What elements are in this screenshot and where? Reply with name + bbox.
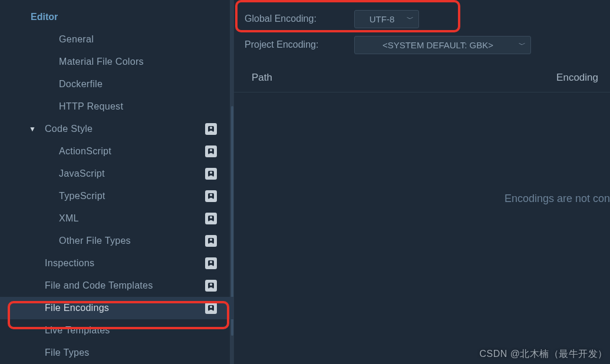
sidebar-item-label: Material File Colors — [59, 57, 227, 67]
sidebar-section-editor[interactable]: Editor — [0, 8, 233, 28]
sidebar-item-inspections[interactable]: Inspections — [0, 252, 233, 274]
project-badge-icon — [205, 235, 217, 247]
project-badge-icon — [205, 168, 217, 180]
column-path[interactable]: Path — [252, 72, 543, 84]
global-encoding-row: Global Encoding: UTF-8 ﹀ — [234, 6, 610, 32]
sidebar-item-label: Code Style — [45, 124, 205, 134]
sidebar-item-xml[interactable]: XML — [0, 207, 233, 230]
sidebar-item-file-types[interactable]: File Types — [0, 342, 233, 364]
project-badge-icon — [205, 190, 217, 202]
svg-point-9 — [210, 216, 212, 219]
chevron-down-icon: ﹀ — [407, 14, 414, 24]
project-badge-icon — [205, 213, 217, 224]
sidebar-item-label: XML — [59, 213, 205, 224]
encodings-table-header: Path Encoding — [234, 58, 610, 92]
svg-point-5 — [210, 171, 212, 174]
sidebar-item-material-file-colors[interactable]: Material File Colors — [0, 51, 233, 73]
project-badge-icon — [205, 123, 217, 135]
project-encoding-dropdown[interactable]: <SYSTEM DEFAULT: GBK> ﹀ — [354, 36, 531, 54]
sidebar-item-http-request[interactable]: HTTP Request — [0, 95, 233, 118]
sidebar-item-label: File Encodings — [45, 303, 205, 313]
sidebar-item-label: HTTP Request — [59, 101, 227, 112]
svg-point-7 — [210, 194, 212, 196]
sidebar-item-label: ActionScript — [59, 146, 205, 157]
sidebar-item-label: Other File Types — [59, 236, 205, 246]
svg-point-15 — [210, 283, 212, 286]
sidebar-item-label: TypeScript — [59, 191, 205, 201]
watermark-text: CSDN @北木楠（最牛开发） — [479, 348, 608, 360]
sidebar-item-label: File and Code Templates — [45, 280, 205, 291]
sidebar-item-label: General — [59, 34, 227, 45]
caret-down-icon: ▼ — [28, 125, 37, 133]
dropdown-value: UTF-8 — [370, 14, 395, 24]
sidebar-item-label: File Types — [45, 348, 227, 358]
project-badge-icon — [205, 280, 217, 292]
global-encoding-dropdown[interactable]: UTF-8 ﹀ — [354, 10, 419, 28]
settings-panel: Global Encoding: UTF-8 ﹀ Project Encodin… — [233, 0, 610, 364]
sidebar-item-file-encodings[interactable]: File Encodings — [0, 297, 233, 319]
svg-point-13 — [210, 261, 212, 263]
project-encoding-row: Project Encoding: <SYSTEM DEFAULT: GBK> … — [234, 32, 610, 58]
project-encoding-label: Project Encoding: — [245, 39, 354, 50]
dropdown-value: <SYSTEM DEFAULT: GBK> — [383, 40, 493, 50]
sidebar-item-code-style[interactable]: ▼ Code Style — [0, 118, 233, 140]
global-encoding-label: Global Encoding: — [245, 14, 354, 24]
svg-point-1 — [210, 127, 212, 129]
sidebar-item-javascript[interactable]: JavaScript — [0, 163, 233, 185]
sidebar-item-general[interactable]: General — [0, 28, 233, 51]
settings-sidebar: Editor General Material File Colors Dock… — [0, 0, 233, 364]
svg-point-17 — [210, 306, 212, 308]
sidebar-item-label: Live Templates — [45, 325, 227, 336]
sidebar-item-file-code-templates[interactable]: File and Code Templates — [0, 274, 233, 297]
sidebar-item-other-file-types[interactable]: Other File Types — [0, 230, 233, 252]
empty-state-text: Encodings are not con — [234, 193, 610, 205]
sidebar-item-label: Dockerfile — [59, 79, 227, 90]
sidebar-item-actionscript[interactable]: ActionScript — [0, 140, 233, 163]
svg-point-3 — [210, 149, 212, 151]
sidebar-item-label: JavaScript — [59, 168, 205, 179]
column-encoding[interactable]: Encoding — [543, 72, 599, 84]
project-badge-icon — [205, 257, 217, 269]
sidebar-item-typescript[interactable]: TypeScript — [0, 185, 233, 207]
project-badge-icon — [205, 145, 217, 157]
sidebar-item-label: Inspections — [45, 258, 205, 269]
chevron-down-icon: ﹀ — [519, 40, 526, 50]
sidebar-item-dockerfile[interactable]: Dockerfile — [0, 73, 233, 95]
svg-point-11 — [210, 239, 212, 241]
sidebar-item-live-templates[interactable]: Live Templates — [0, 319, 233, 342]
project-badge-icon — [205, 302, 217, 314]
